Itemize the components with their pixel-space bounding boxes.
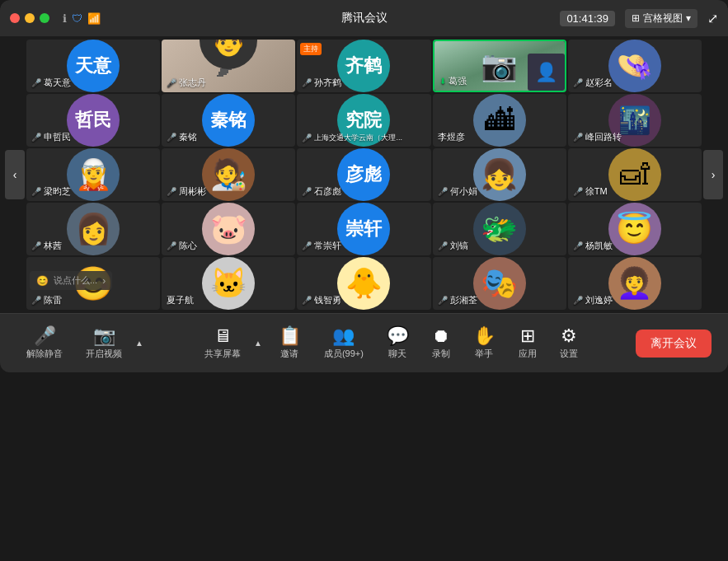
mic-muted-icon: 🎤 <box>31 133 41 142</box>
avatar: 齐鹤 <box>337 40 390 92</box>
toolbar-center: 🖥 共享屏幕 ▲ 📋 邀请 👥 成员(99+) 💬 聊天 ⏺ 录制 <box>147 322 636 365</box>
minimize-button[interactable] <box>25 13 35 23</box>
participant-cell: 🐱 夏子航 <box>162 257 295 310</box>
unmute-label: 解除静音 <box>26 348 63 360</box>
settings-icon: ⚙ <box>561 327 577 345</box>
record-group: ⏺ 录制 <box>422 322 460 365</box>
signal-icon: 📶 <box>87 12 101 25</box>
video-grid: 天意 🎤 葛天意 🖌 👨 🎤 张志丹 <box>26 40 702 310</box>
participant-cell: 👩 🎤 林茜 <box>26 203 160 255</box>
maximize-button[interactable] <box>40 13 49 23</box>
right-arrow-btn[interactable]: › <box>703 150 723 199</box>
close-button[interactable] <box>10 13 20 23</box>
left-arrow-btn[interactable]: ‹ <box>5 150 25 199</box>
chat-label: 聊天 <box>388 348 406 360</box>
mic-muted-icon: 🎤 <box>302 133 312 143</box>
info-icon[interactable]: ℹ <box>63 12 67 25</box>
video-slash-icon: 📷 <box>93 327 115 345</box>
mic-icon: 🎤 <box>302 78 312 87</box>
participant-cell: 👒 🎤 赵彩名 <box>568 40 702 92</box>
share-label: 共享屏幕 <box>204 348 241 360</box>
prev-page-arrow[interactable]: ‹ <box>3 40 26 310</box>
leave-meeting-button[interactable]: 离开会议 <box>636 330 712 358</box>
titlebar-right: 01:41:39 ⊞ 宫格视图 ▾ ⤢ <box>560 9 718 28</box>
participant-cell: 🌃 🎤 峰回路转 <box>568 94 702 147</box>
invite-icon: 📋 <box>279 327 301 345</box>
user-name: 🎤 钱智勇 <box>302 294 341 306</box>
chat-icon: 💬 <box>387 327 409 345</box>
participant-cell: 🖌 👨 🎤 张志丹 <box>162 40 295 92</box>
toolbar-left: 🎤 解除静音 📷 开启视频 ▲ <box>16 322 147 365</box>
user-name: 🎤 林茜 <box>31 240 62 252</box>
settings-button[interactable]: ⚙ 设置 <box>550 322 588 365</box>
user-name: ⬇ 葛强 <box>439 75 467 87</box>
chat-button[interactable]: 💬 聊天 <box>377 322 419 365</box>
user-name: 🎤 周彬彬 <box>167 185 206 198</box>
user-name: 🎤 峰回路转 <box>573 131 622 143</box>
mic-muted-icon: 🎤 <box>573 187 583 196</box>
avatar: 哲民 <box>67 94 120 147</box>
titlebar-info: ℹ 🛡 📶 <box>63 12 101 25</box>
expand-button[interactable]: ⤢ <box>707 11 718 26</box>
video-button[interactable]: 📷 开启视频 <box>76 322 132 365</box>
participant-cell: 🐲 🎤 刘镐 <box>433 203 566 255</box>
participant-cell: 究院 🎤 上海交通大学云南（大理... <box>297 94 430 147</box>
mic-on-icon: ⬇ <box>439 77 446 86</box>
unmute-button[interactable]: 🎤 解除静音 <box>16 322 73 365</box>
user-name: 🎤 杨凯敏 <box>573 240 613 252</box>
apps-button[interactable]: ⊞ 应用 <box>509 322 547 365</box>
participant-cell: 🐥 🎤 钱智勇 <box>297 257 430 310</box>
emoji-icon[interactable]: 😊 <box>36 275 49 287</box>
user-name: 🎤 石彦彪 <box>302 185 341 198</box>
record-icon: ⏺ <box>432 327 450 345</box>
user-name: 🎤 常崇轩 <box>302 240 341 252</box>
participant-cell: 🎭 🎤 彭湘荃 <box>433 257 566 310</box>
user-name: 🎤 梁昀芝 <box>31 185 71 198</box>
mic-muted-icon: 🎤 <box>438 296 448 305</box>
mic-muted-icon: 🎤 <box>573 241 583 250</box>
user-name: 夏子航 <box>167 294 194 306</box>
invite-button[interactable]: 📋 邀请 <box>269 322 311 365</box>
participant-cell: 彦彪 🎤 石彦彪 <box>297 148 430 201</box>
raise-hand-icon: ✋ <box>473 327 496 345</box>
user-name: 🎤 葛天意 <box>31 77 71 89</box>
user-name: 🎤 上海交通大学云南（大理... <box>302 133 402 143</box>
avatar: 秦铭 <box>202 94 255 147</box>
mic-muted-icon: 🎤 <box>438 187 448 196</box>
video-grid-wrapper: ‹ 天意 🎤 葛天意 🖌 <box>0 36 728 313</box>
chat-input[interactable]: 😊 说点什么... › <box>30 271 112 290</box>
user-name: 🎤 陈心 <box>167 240 197 252</box>
mic-muted-icon: 🎤 <box>167 241 176 250</box>
user-name: 🎤 申哲民 <box>31 131 71 143</box>
user-name: 🎤 张志丹 <box>167 77 206 89</box>
share-screen-button[interactable]: 🖥 共享屏幕 <box>195 322 251 365</box>
mic-muted-icon: 🎤 <box>438 241 448 250</box>
toolbar-right: 离开会议 <box>636 330 712 358</box>
members-icon: 👥 <box>332 327 355 345</box>
chevron-down-icon: ▾ <box>686 12 691 24</box>
mic-muted-icon: 🎤 <box>31 78 41 87</box>
host-badge: 主持 <box>300 43 322 55</box>
share-arrow[interactable]: ▲ <box>251 334 265 353</box>
members-button[interactable]: 👥 成员(99+) <box>314 322 373 365</box>
participant-cell: 🛋 🎤 徐TM <box>568 148 702 201</box>
unmute-group: 🎤 解除静音 <box>16 322 73 365</box>
participant-cell: 👩‍🦱 🎤 刘逸婷 <box>568 257 702 310</box>
raise-hand-button[interactable]: ✋ 举手 <box>463 322 505 365</box>
user-name: 🎤 刘逸婷 <box>573 294 613 306</box>
user-name: 李煜彦 <box>438 131 465 143</box>
video-arrow[interactable]: ▲ <box>132 334 147 353</box>
share-screen-icon: 🖥 <box>214 327 232 345</box>
user-name: 🎤 刘镐 <box>438 240 468 252</box>
participant-cell: 👧 🎤 何小娟 <box>433 148 566 201</box>
user-name: 🎤 彭湘荃 <box>438 294 477 306</box>
view-toggle-button[interactable]: ⊞ 宫格视图 ▾ <box>625 9 697 28</box>
participant-cell: 🐷 🎤 陈心 <box>162 203 295 255</box>
mic-muted-icon: 🎤 <box>167 133 176 142</box>
expand-chat-icon[interactable]: › <box>102 275 106 287</box>
next-page-arrow[interactable]: › <box>702 40 725 310</box>
shield-icon: 🛡 <box>72 12 82 25</box>
record-button[interactable]: ⏺ 录制 <box>422 322 460 365</box>
user-name: 🎤 赵彩名 <box>573 77 613 89</box>
mic-muted-icon: 🎤 <box>573 296 583 305</box>
